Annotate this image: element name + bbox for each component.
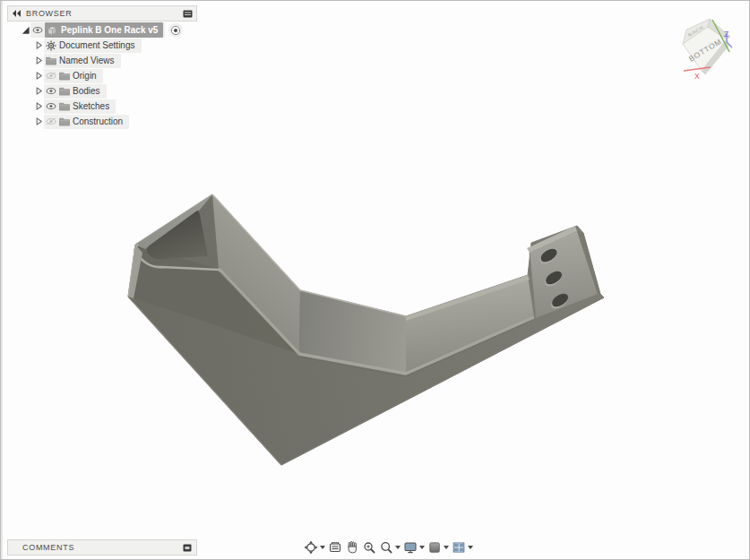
fusion-window: BOTTOM BACK Z X BROWSER Peplink B One Ra… <box>0 0 750 560</box>
zoom-button[interactable] <box>361 538 377 556</box>
tree-item-label[interactable]: Named Views <box>59 56 115 65</box>
expand-closed-icon[interactable] <box>33 86 44 97</box>
comments-panel-header: COMMENTS <box>7 539 197 556</box>
browser-tree: Peplink B One Rack v5Document SettingsNa… <box>7 22 197 129</box>
gear-icon <box>46 40 56 51</box>
folder-icon <box>46 56 56 66</box>
eye-off-icon[interactable] <box>46 71 56 82</box>
navigation-toolbar <box>303 538 474 556</box>
magnifier-icon <box>379 540 393 555</box>
tree-item-label[interactable]: Construction <box>73 116 123 126</box>
eye-icon[interactable] <box>32 25 43 36</box>
hand-icon <box>345 540 359 555</box>
tree-item-label[interactable]: Sketches <box>73 101 109 111</box>
model-3d-body[interactable] <box>128 194 604 465</box>
browser-tree-row[interactable]: Sketches <box>7 99 197 114</box>
browser-tree-row[interactable]: Document Settings <box>7 38 197 53</box>
browser-tree-row[interactable]: Origin <box>7 68 197 83</box>
orbit-button[interactable] <box>303 538 326 556</box>
browser-tree-row[interactable]: Construction <box>7 114 197 129</box>
viewports-caret[interactable] <box>468 546 473 549</box>
tree-item-label[interactable]: Origin <box>73 71 97 81</box>
folder-icon <box>59 86 70 97</box>
browser-tree-row[interactable]: Named Views <box>7 53 197 68</box>
axis-x-label: X <box>694 72 700 81</box>
expand-closed-icon[interactable] <box>33 56 44 66</box>
orbit-caret[interactable] <box>320 546 325 549</box>
expand-open-icon[interactable] <box>20 25 30 36</box>
expand-closed-icon[interactable] <box>33 116 44 127</box>
eye-icon[interactable] <box>46 101 56 112</box>
browser-title: BROWSER <box>26 9 72 18</box>
tree-item-label[interactable]: Bodies <box>73 86 100 96</box>
root-component-selected[interactable]: Peplink B One Rack v5 <box>45 22 163 38</box>
expand-closed-icon[interactable] <box>33 71 44 82</box>
orbit-circle-icon <box>304 540 318 555</box>
browser-panel-header: BROWSER <box>7 5 197 22</box>
browser-tree-row[interactable]: Bodies <box>7 83 197 99</box>
grid-square-icon <box>427 540 442 555</box>
folder-icon <box>59 116 70 127</box>
expand-closed-icon[interactable] <box>33 40 44 51</box>
browser-tree-root-row[interactable]: Peplink B One Rack v5 <box>7 22 197 38</box>
fit-button[interactable] <box>378 538 401 556</box>
fit-caret[interactable] <box>395 546 401 549</box>
grid-and-snaps-button[interactable] <box>427 538 450 556</box>
monitor-icon <box>403 540 418 555</box>
viewports-button[interactable] <box>451 538 474 556</box>
viewcube[interactable]: BOTTOM BACK Z X <box>683 19 732 81</box>
display-settings-button[interactable] <box>402 538 426 556</box>
comments-title: COMMENTS <box>22 543 74 552</box>
magnifier-plus-icon <box>362 540 376 555</box>
collapse-panel-icon[interactable] <box>11 8 23 19</box>
folder-icon <box>59 71 70 82</box>
expand-closed-icon[interactable] <box>33 101 44 112</box>
panel-menu-icon[interactable] <box>181 8 194 19</box>
viewports-icon <box>452 540 466 555</box>
display-settings-caret[interactable] <box>419 546 425 549</box>
component-box-icon <box>47 25 57 36</box>
axis-z-label: Z <box>724 30 728 39</box>
look-at-icon <box>328 540 342 555</box>
eye-icon[interactable] <box>46 86 56 97</box>
folder-icon <box>59 101 70 112</box>
tree-item-label[interactable]: Document Settings <box>59 40 135 50</box>
look-at-button[interactable] <box>327 538 343 556</box>
comments-menu-icon[interactable] <box>181 542 194 553</box>
activate-component-radio[interactable] <box>168 23 183 37</box>
grid-and-snaps-caret[interactable] <box>444 546 449 549</box>
eye-off-icon[interactable] <box>46 116 56 127</box>
root-component-label[interactable]: Peplink B One Rack v5 <box>61 25 158 35</box>
pan-button[interactable] <box>344 538 360 556</box>
